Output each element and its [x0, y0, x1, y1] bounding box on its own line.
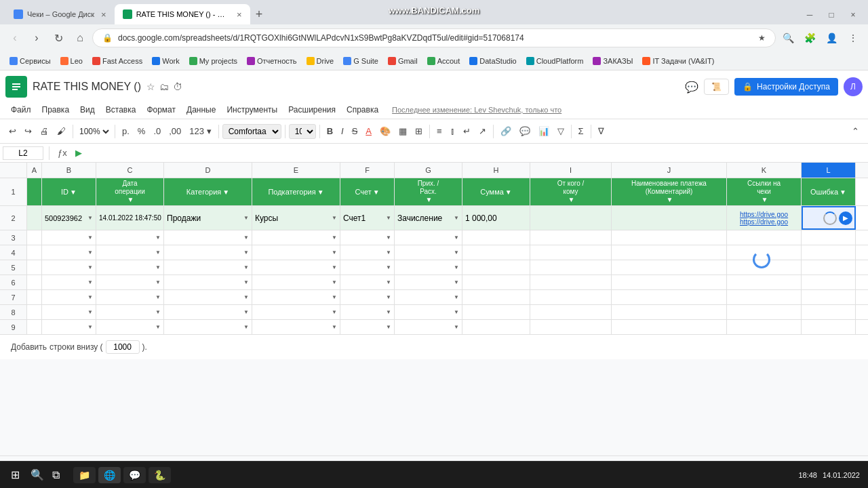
tab-drive-close[interactable]: ×: [101, 9, 106, 20]
new-tab-button[interactable]: +: [250, 7, 269, 22]
header-cell-links[interactable]: Ссылки начеки ▼: [727, 178, 802, 205]
last-edit-text[interactable]: Последнее изменение: Lev Shevchuk, тольк…: [392, 106, 561, 114]
cell-error-2[interactable]: ▶: [802, 206, 856, 230]
comment-toolbar-button[interactable]: 💬: [516, 123, 534, 140]
row-number-4[interactable]: 4: [0, 245, 27, 260]
header-cell-amount[interactable]: Сумма ▼: [462, 178, 530, 205]
dropdown-arrow[interactable]: ▼: [332, 215, 337, 221]
close-button[interactable]: ×: [844, 5, 863, 24]
dropdown-arrow[interactable]: ▼: [454, 215, 459, 221]
menu-edit[interactable]: Правка: [37, 102, 75, 117]
decimal-button[interactable]: .0: [150, 123, 164, 140]
dropdown-arrow[interactable]: ▼: [332, 235, 337, 241]
cell-a2[interactable]: [27, 206, 42, 230]
chart-button[interactable]: 📊: [535, 123, 553, 140]
start-button[interactable]: ⊞: [5, 466, 25, 484]
cell-c3[interactable]: ▼: [96, 230, 164, 245]
play-icon[interactable]: ▶: [73, 148, 85, 158]
tab-drive[interactable]: Чеки – Google Диск ×: [5, 4, 115, 24]
header-cell-inout[interactable]: Прих. /Расх. ▼: [395, 178, 462, 205]
cell-j3[interactable]: [612, 230, 727, 245]
merge-button[interactable]: ⊞: [412, 123, 426, 140]
italic-button[interactable]: I: [338, 123, 347, 140]
tab-sheets-close[interactable]: ×: [237, 9, 242, 20]
font-color-button[interactable]: A: [362, 123, 375, 140]
row-number-2[interactable]: 2: [0, 206, 27, 230]
cell-b4[interactable]: ▼: [42, 245, 96, 260]
taskbar-explorer[interactable]: 📁: [73, 467, 96, 483]
header-cell-id[interactable]: ID ▼: [42, 178, 96, 205]
cell-subcategory-2[interactable]: Курсы ▼: [252, 206, 340, 230]
folder-icon[interactable]: 🗂: [159, 81, 169, 92]
cell-g3[interactable]: ▼: [395, 230, 462, 245]
cell-links-2[interactable]: https://drive.goo https://drive.goo: [727, 206, 802, 230]
cell-d4[interactable]: ▼: [164, 245, 252, 260]
bookmark-cloud[interactable]: CloudPlatform: [522, 56, 588, 66]
formula-input[interactable]: [87, 147, 865, 159]
profile-icon[interactable]: 👤: [822, 28, 841, 47]
col-header-h[interactable]: H: [462, 163, 530, 178]
cell-date-2[interactable]: 14.01.2022 18:47:50: [96, 206, 164, 230]
menu-file[interactable]: Файл: [5, 102, 37, 117]
borders-button[interactable]: ▦: [395, 123, 410, 140]
align-v-button[interactable]: ⫿: [447, 123, 458, 140]
forward-button[interactable]: ›: [27, 28, 46, 47]
filter-arrow[interactable]: ▼: [127, 196, 134, 204]
cell-l4[interactable]: [802, 245, 856, 260]
cell-f4[interactable]: ▼: [340, 245, 395, 260]
bookmark-work[interactable]: Work: [148, 56, 183, 66]
maximize-button[interactable]: □: [822, 5, 841, 24]
dropdown-arrow[interactable]: ▼: [454, 235, 459, 241]
dropdown-arrow[interactable]: ▼: [155, 249, 161, 256]
filter-button[interactable]: ▽: [554, 123, 568, 140]
play-button[interactable]: ▶: [839, 211, 852, 225]
cell-i3[interactable]: [530, 230, 612, 245]
cell-account-2[interactable]: Счет1 ▼: [340, 206, 395, 230]
dropdown-arrow[interactable]: ▼: [454, 249, 459, 256]
bookmark-fast[interactable]: Fast Access: [88, 56, 146, 66]
cell-b3[interactable]: ▼: [42, 230, 96, 245]
cell-k3[interactable]: [727, 230, 802, 245]
filter-arrow[interactable]: ▼: [70, 188, 77, 196]
col-header-k[interactable]: K: [727, 163, 802, 178]
filter-arrow[interactable]: ▼: [222, 188, 229, 196]
filter-arrow[interactable]: ▼: [840, 188, 846, 196]
address-bar[interactable]: 🔒 docs.google.com/spreadsheets/d/1RQTGOX…: [92, 28, 776, 47]
bookmark-drive[interactable]: Drive: [302, 56, 338, 66]
col-header-a[interactable]: A: [27, 163, 42, 178]
home-button[interactable]: ⌂: [71, 28, 90, 47]
cell-category-2[interactable]: Продажи ▼: [164, 206, 252, 230]
cell-c4[interactable]: ▼: [96, 245, 164, 260]
menu-insert[interactable]: Вставка: [100, 102, 142, 117]
strikethrough-button[interactable]: S: [349, 123, 361, 140]
add-rows-input[interactable]: [106, 340, 140, 354]
cell-f3[interactable]: ▼: [340, 230, 395, 245]
undo-button[interactable]: ↩: [5, 123, 20, 140]
format-selector[interactable]: 123 ▾: [186, 123, 214, 140]
bookmark-otchet[interactable]: Отчетность: [243, 56, 301, 66]
menu-help[interactable]: Справка: [341, 102, 384, 117]
dropdown-arrow[interactable]: ▼: [243, 249, 249, 256]
minimize-button[interactable]: ─: [800, 5, 819, 24]
user-avatar[interactable]: Л: [844, 77, 863, 96]
dropdown-arrow[interactable]: ▼: [87, 249, 93, 256]
search-taskbar-button[interactable]: 🔍: [28, 466, 47, 484]
bookmark-gsuite[interactable]: G Suite: [339, 56, 382, 66]
col-header-e[interactable]: E: [252, 163, 340, 178]
access-settings-button[interactable]: 🔒 Настройки Доступа: [734, 78, 838, 96]
dropdown-arrow[interactable]: ▼: [87, 235, 93, 241]
back-button[interactable]: ‹: [5, 28, 24, 47]
row-number-6[interactable]: 6: [0, 275, 27, 289]
cell-amount-2[interactable]: 1 000,00: [462, 206, 530, 230]
filter-arrow[interactable]: ▼: [317, 188, 324, 196]
cell-h3[interactable]: [462, 230, 530, 245]
header-cell-date[interactable]: Датаоперации ▼: [96, 178, 164, 205]
bookmark-accout[interactable]: Accout: [423, 56, 465, 66]
zoom-selector[interactable]: 100%: [77, 126, 111, 137]
percent-button[interactable]: %: [134, 123, 149, 140]
dropdown-arrow[interactable]: ▼: [332, 249, 337, 256]
bookmark-projects[interactable]: My projects: [185, 56, 241, 66]
cell-a3[interactable]: [27, 230, 42, 245]
cell-e4[interactable]: ▼: [252, 245, 340, 260]
dropdown-arrow[interactable]: ▼: [386, 249, 391, 256]
